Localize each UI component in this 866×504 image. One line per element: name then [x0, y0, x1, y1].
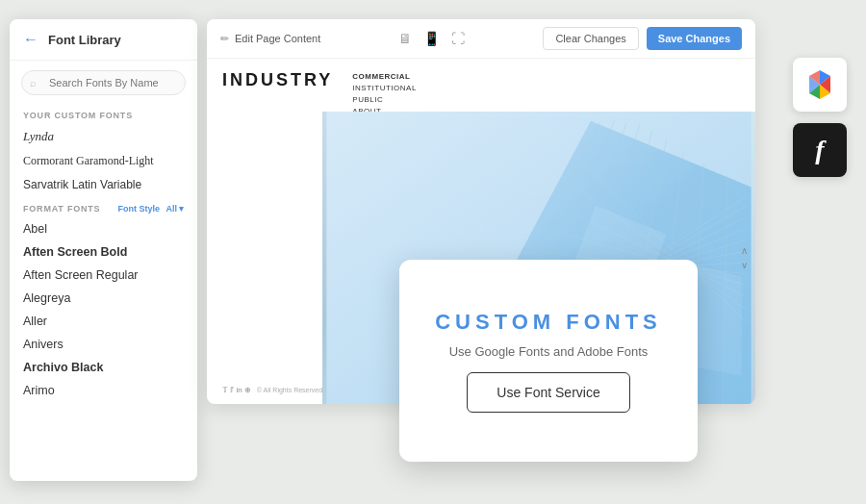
clear-changes-button[interactable]: Clear Changes — [543, 27, 638, 50]
copyright: © All Rights Reserved — [257, 387, 322, 393]
site-menu-commercial: COMMERCIAL — [352, 72, 417, 81]
scroll-indicator: ∧ ∨ — [741, 245, 748, 270]
font-library-panel: ← Font Library ⌕ YOUR CUSTOM FONTS Lynda… — [10, 19, 197, 481]
google-fonts-svg — [802, 66, 838, 103]
site-menu-public: PUBLIC — [352, 95, 417, 104]
monitor-icon[interactable]: 🖥 — [398, 31, 412, 46]
format-font-aften-bold[interactable]: Aften Screen Bold — [10, 240, 197, 264]
expand-icon[interactable]: ⛶ — [451, 31, 465, 46]
custom-fonts-title: CUSTOM FONTS — [435, 310, 662, 335]
edit-page-label: Edit Page Content — [235, 33, 320, 44]
fontawesome-letter: f — [815, 135, 824, 165]
fontawesome-icon: f — [793, 123, 847, 177]
font-style-value: All — [166, 204, 177, 214]
search-icon: ⌕ — [30, 77, 37, 88]
format-font-aften-regular[interactable]: Aften Screen Regular — [10, 264, 197, 287]
save-changes-button[interactable]: Save Changes — [647, 27, 742, 50]
search-input[interactable] — [21, 70, 186, 95]
social-icons: 𝕋 𝕗 in ⊕ — [222, 386, 251, 394]
back-button[interactable]: ← — [23, 31, 38, 48]
use-font-service-button[interactable]: Use Font Service — [467, 372, 629, 413]
format-font-anivers[interactable]: Anivers — [10, 333, 197, 356]
panel-title: Font Library — [48, 33, 121, 47]
format-section-header: FORMAT FONTS Font Style All ▾ — [10, 196, 197, 217]
scroll-down-icon[interactable]: ∨ — [741, 260, 748, 270]
custom-font-cormorant[interactable]: Cormorant Garamond-Light — [10, 149, 197, 173]
format-font-alegreya[interactable]: Alegreya — [10, 287, 197, 310]
custom-font-sarvatrik[interactable]: Sarvatrik Latin Variable — [10, 173, 197, 196]
google-fonts-icon — [793, 58, 847, 112]
editor-topbar-right: Clear Changes Save Changes — [543, 27, 742, 50]
site-menu-institutional: INSTITUTIONAL — [352, 84, 417, 92]
edit-icon: ✏ — [220, 33, 229, 45]
font-style-select[interactable]: Font Style All ▾ — [117, 204, 184, 214]
format-font-archivo[interactable]: Archivo Black — [10, 356, 197, 379]
scroll-up-icon[interactable]: ∧ — [741, 245, 748, 256]
custom-fonts-label: YOUR CUSTOM FONTS — [10, 105, 197, 124]
custom-font-lynda[interactable]: Lynda — [10, 124, 197, 149]
search-box: ⌕ — [21, 70, 186, 95]
font-style-label: Font Style — [117, 204, 160, 214]
format-font-abel[interactable]: Abel — [10, 217, 197, 240]
format-font-arimo[interactable]: Arimo — [10, 379, 197, 402]
chevron-down-icon: ▾ — [179, 204, 184, 214]
format-fonts-label: FORMAT FONTS — [23, 204, 100, 214]
format-font-aller[interactable]: Aller — [10, 310, 197, 333]
site-footer: 𝕋 𝕗 in ⊕ © All Rights Reserved — [222, 386, 322, 394]
editor-topbar-left: ✏ Edit Page Content — [220, 33, 320, 45]
custom-fonts-subtitle: Use Google Fonts and Adobe Fonts — [449, 344, 649, 359]
custom-fonts-card: CUSTOM FONTS Use Google Fonts and Adobe … — [399, 260, 698, 462]
editor-topbar-center: 🖥 📱 ⛶ — [398, 31, 465, 46]
panel-header: ← Font Library — [10, 19, 197, 61]
tablet-icon[interactable]: 📱 — [423, 31, 440, 46]
editor-topbar: ✏ Edit Page Content 🖥 📱 ⛶ Clear Changes … — [207, 19, 755, 59]
site-logo: INDUSTRY — [222, 70, 333, 90]
